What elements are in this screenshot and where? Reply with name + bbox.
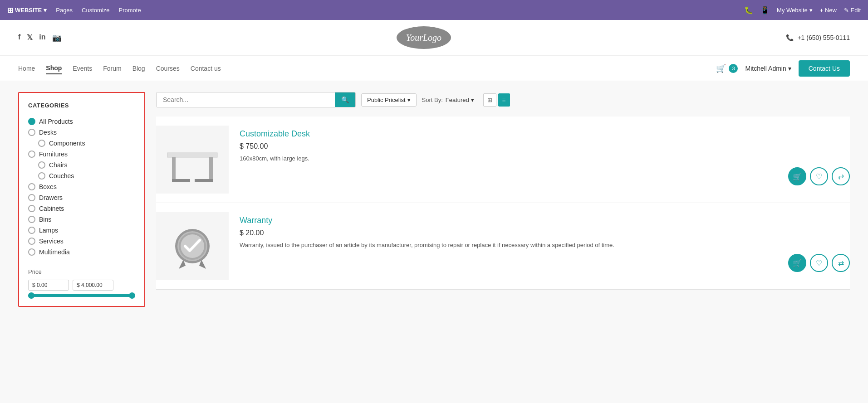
admin-bar: ⊞ WEBSITE ▾ Pages Customize Promote 🐛 📱 … — [0, 0, 868, 20]
radio-cabinets — [28, 205, 35, 212]
category-desks[interactable]: Desks — [28, 127, 135, 138]
grid-icon: ⊞ — [487, 97, 492, 103]
logo[interactable]: YourLogo — [397, 26, 451, 49]
product-price: $ 20.00 — [240, 229, 777, 237]
instagram-icon[interactable]: 📷 — [52, 33, 62, 43]
pages-btn[interactable]: Pages — [56, 7, 73, 14]
price-label: Price — [28, 268, 135, 275]
grid-view-btn[interactable]: ⊞ — [483, 93, 496, 107]
compare-button[interactable]: ⇄ — [832, 167, 850, 185]
price-min-input[interactable] — [28, 280, 69, 291]
radio-drawers — [28, 194, 35, 201]
radio-all-products — [28, 118, 35, 125]
radio-lamps — [28, 227, 35, 234]
promote-btn[interactable]: Promote — [119, 7, 141, 14]
search-bar: 🔍 — [156, 92, 356, 107]
search-button[interactable]: 🔍 — [335, 92, 355, 107]
categories-title: CATEGORIES — [28, 102, 135, 109]
nav-forum[interactable]: Forum — [103, 63, 121, 74]
phone-icon: 📞 — [786, 34, 794, 41]
linkedin-icon[interactable]: in — [39, 33, 45, 43]
wishlist-button[interactable]: ♡ — [810, 167, 828, 185]
add-to-cart-button[interactable]: 🛒 — [788, 254, 806, 272]
slider-thumb-min[interactable] — [28, 292, 34, 299]
bug-icon[interactable]: 🐛 — [744, 6, 753, 15]
chevron-down-icon: ▾ — [44, 7, 47, 14]
list-view-btn[interactable]: ≡ — [498, 93, 510, 107]
phone-number: +1 (650) 555-0111 — [797, 34, 850, 41]
nav-events[interactable]: Events — [73, 63, 92, 74]
category-components[interactable]: Components — [28, 138, 135, 149]
admin-bar-right: 🐛 📱 My Website ▾ + New ✎ Edit — [744, 6, 861, 15]
twitter-icon[interactable]: 𝕏 — [27, 33, 33, 43]
customize-btn[interactable]: Customize — [82, 7, 109, 14]
site-header: f 𝕏 in 📷 YourLogo 📞 +1 (650) 555-0111 — [0, 20, 868, 56]
product-name[interactable]: Warranty — [240, 216, 777, 225]
price-slider[interactable] — [28, 294, 135, 297]
category-cabinets[interactable]: Cabinets — [28, 203, 135, 214]
pricelist-dropdown[interactable]: Public Pricelist ▾ — [361, 93, 417, 107]
add-to-cart-button[interactable]: 🛒 — [788, 167, 806, 185]
mobile-icon[interactable]: 📱 — [760, 6, 770, 15]
my-website-btn[interactable]: My Website ▾ — [777, 7, 813, 14]
product-image-desk — [156, 126, 229, 194]
product-description: Warranty, issued to the purchaser of an … — [240, 241, 777, 250]
phone-area: 📞 +1 (650) 555-0111 — [786, 34, 850, 41]
category-boxes[interactable]: Boxes — [28, 181, 135, 192]
product-name[interactable]: Customizable Desk — [240, 129, 777, 139]
table-row: Warranty $ 20.00 Warranty, issued to the… — [156, 203, 850, 290]
radio-services — [28, 238, 35, 245]
wishlist-button[interactable]: ♡ — [810, 254, 828, 272]
compare-button[interactable]: ⇄ — [832, 254, 850, 272]
category-services[interactable]: Services — [28, 236, 135, 247]
nav-courses[interactable]: Courses — [156, 63, 180, 74]
product-price: $ 750.00 — [240, 142, 777, 151]
compare-icon: ⇄ — [838, 259, 844, 267]
grid-icon: ⊞ — [7, 6, 13, 15]
slider-thumb-max[interactable] — [129, 292, 135, 299]
product-description: 160x80cm, with large legs. — [240, 154, 777, 163]
sort-area: Sort By: Featured ▾ — [422, 97, 474, 103]
search-input[interactable] — [157, 92, 335, 107]
radio-bins — [28, 216, 35, 223]
website-menu-btn[interactable]: ⊞ WEBSITE ▾ — [7, 6, 47, 15]
price-max-input[interactable] — [73, 280, 113, 291]
warranty-badge-svg — [170, 221, 215, 271]
nav-contact[interactable]: Contact us — [191, 63, 221, 74]
nav-blog[interactable]: Blog — [132, 63, 145, 74]
radio-multimedia — [28, 248, 35, 256]
nav-home[interactable]: Home — [18, 63, 35, 74]
contact-us-button[interactable]: Contact Us — [799, 60, 850, 77]
product-info-desk: Customizable Desk $ 750.00 160x80cm, wit… — [240, 126, 777, 167]
nav-shop[interactable]: Shop — [46, 63, 62, 74]
svg-rect-1 — [172, 157, 176, 182]
sort-dropdown[interactable]: Featured ▾ — [446, 97, 474, 103]
heart-icon: ♡ — [816, 259, 822, 267]
category-all-products[interactable]: All Products — [28, 116, 135, 127]
user-area[interactable]: Mitchell Admin ▾ — [745, 65, 791, 72]
radio-chairs — [38, 161, 45, 169]
radio-couches — [38, 172, 45, 180]
edit-btn[interactable]: ✎ Edit — [844, 7, 861, 14]
nav-right: 🛒 3 Mitchell Admin ▾ Contact Us — [716, 60, 850, 77]
new-btn[interactable]: + New — [820, 7, 837, 14]
user-label: Mitchell Admin — [745, 65, 786, 72]
category-couches[interactable]: Couches — [28, 170, 135, 181]
radio-desks — [28, 129, 35, 136]
category-furnitures[interactable]: Furnitures — [28, 149, 135, 160]
category-lamps[interactable]: Lamps — [28, 225, 135, 236]
cart-badge: 3 — [729, 64, 738, 73]
cart-area[interactable]: 🛒 3 — [716, 63, 738, 73]
product-info-warranty: Warranty $ 20.00 Warranty, issued to the… — [240, 212, 777, 253]
category-chairs[interactable]: Chairs — [28, 160, 135, 170]
cart-icon: 🛒 — [716, 63, 726, 73]
chevron-down-icon: ▾ — [407, 97, 411, 103]
category-drawers[interactable]: Drawers — [28, 192, 135, 203]
cart-icon: 🛒 — [793, 259, 802, 267]
category-multimedia[interactable]: Multimedia — [28, 247, 135, 257]
facebook-icon[interactable]: f — [18, 33, 20, 43]
search-icon: 🔍 — [341, 96, 349, 103]
category-bins[interactable]: Bins — [28, 214, 135, 225]
radio-furnitures — [28, 151, 35, 158]
price-section: Price — [28, 268, 135, 297]
